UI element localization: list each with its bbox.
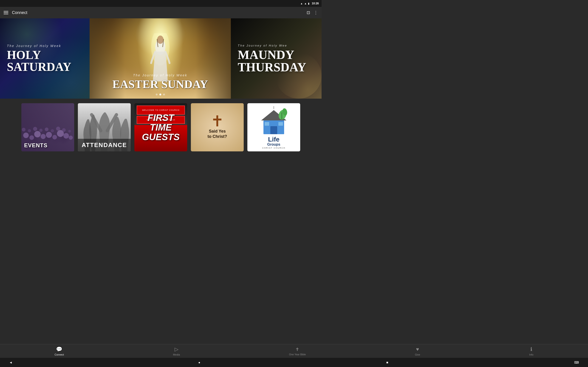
carousel-slide-maundy-thursday[interactable]: The Journey of Holy Wee Maundy Thursday [231,18,321,99]
first-time-guests-card[interactable]: WELCOME TO CHRIST CHURCH WELCOME TO CHRI… [134,103,187,151]
svg-rect-27 [278,122,283,126]
life-groups-church: Christ Church [262,147,285,149]
grid-section: Events Attendance [0,99,321,156]
carousel-dots [156,94,165,95]
slide-center-title: Easter Sunday [96,78,224,90]
carousel[interactable]: The Journey of Holy Week Holy Saturday [0,18,321,99]
said-yes-text2: to Christ? [208,134,227,139]
slide-left-title: Holy Saturday [7,49,83,73]
svg-rect-26 [265,122,269,126]
more-icon[interactable]: ⋮ [314,10,318,15]
top-bar: Connect ⊡ ⋮ [0,7,321,18]
svg-point-8 [52,135,57,140]
first-time-text2: TIME [150,123,172,132]
svg-point-3 [23,133,29,138]
svg-point-11 [69,135,73,140]
carousel-dot-1[interactable] [156,94,157,95]
chat-icon[interactable]: ⊡ [307,10,310,15]
slide-center-subtitle: The Journey of Holy Week [96,73,224,77]
svg-rect-25 [270,126,277,134]
svg-point-19 [62,128,66,132]
life-groups-subtitle: Groups [262,143,285,146]
slide-right-title: Maundy Thursday [238,49,315,73]
first-time-text1: FIRST [147,113,174,122]
page-title: Connect [12,10,27,15]
first-time-text3: GUESTS [142,132,180,142]
life-groups-title: Life [262,136,285,143]
svg-point-14 [33,127,37,131]
attendance-card[interactable]: Attendance [78,103,131,151]
slide-left-subtitle: The Journey of Holy Week [7,44,83,48]
svg-point-13 [28,129,31,132]
signal-icon: ▲ [304,2,307,5]
svg-point-15 [39,129,43,132]
battery-icon: ▮ [308,2,309,5]
svg-point-4 [29,135,34,140]
svg-point-16 [45,127,48,131]
svg-point-7 [46,132,52,138]
svg-point-5 [34,131,41,137]
wifi-icon: ▲ [300,2,303,5]
svg-point-20 [68,130,71,133]
svg-point-18 [56,127,60,131]
said-yes-text1: Said Yes [208,129,227,134]
svg-point-17 [51,129,54,132]
menu-button[interactable] [4,11,8,14]
svg-point-12 [22,128,26,131]
events-card[interactable]: Events [21,103,74,151]
attendance-label: Attendance [78,139,131,151]
carousel-dot-3[interactable] [163,94,165,95]
said-yes-card[interactable]: Said Yes to Christ? [191,103,244,151]
life-groups-card[interactable]: Life Groups Christ Church [247,103,300,151]
carousel-slide-holy-saturday[interactable]: The Journey of Holy Week Holy Saturday [0,18,90,99]
events-label: Events [24,142,48,149]
cross-icon [213,115,221,126]
svg-point-2 [157,35,164,44]
slide-right-subtitle: The Journey of Holy Wee [238,44,315,47]
carousel-slide-easter-sunday[interactable]: The Journey of Holy Week Easter Sunday [90,18,231,99]
status-bar: ▲ ▲ ▮ 10:26 [0,0,321,7]
svg-point-6 [41,134,46,139]
status-time: 10:26 [312,2,319,5]
carousel-dot-2[interactable] [159,94,161,95]
svg-point-10 [63,133,69,139]
